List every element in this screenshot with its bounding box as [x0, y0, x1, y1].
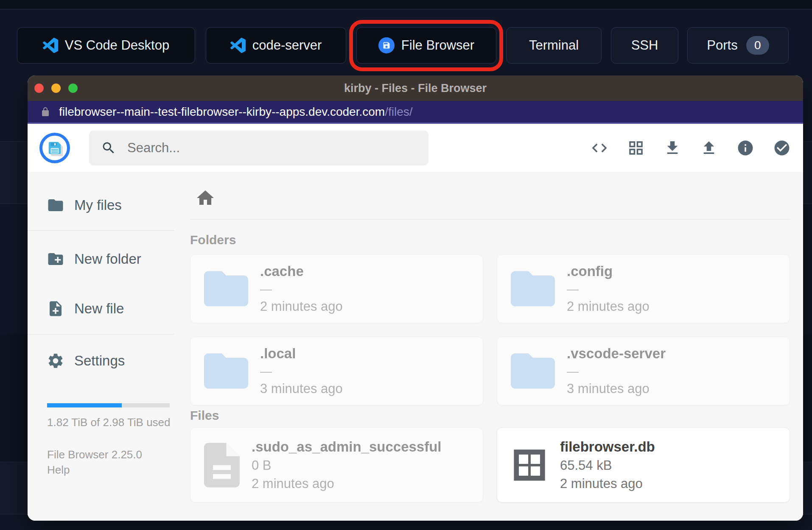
item-modified: 3 minutes ago: [260, 381, 343, 396]
download-icon: [664, 139, 681, 157]
upload-button[interactable]: [699, 138, 719, 158]
code-brackets-icon: [591, 139, 608, 157]
check-circle-icon: [773, 139, 791, 157]
help-link[interactable]: Help: [47, 463, 70, 477]
new-folder-icon: [47, 250, 64, 268]
filebrowser-header: [28, 124, 803, 172]
filebrowser-icon: [378, 37, 395, 53]
ports-count-badge: 0: [746, 36, 769, 55]
close-window-button[interactable]: [34, 84, 44, 93]
desktop-top-strip: [0, 0, 812, 9]
item-modified: 2 minutes ago: [560, 476, 655, 491]
search-icon: [101, 140, 116, 156]
folder-card-config[interactable]: .config — 2 minutes ago: [497, 254, 790, 323]
storage-usage-text: 1.82 TiB of 2.98 TiB used: [47, 416, 171, 429]
folder-icon: [511, 271, 555, 307]
file-card-sudo-as-admin-successful[interactable]: .sudo_as_admin_successful 0 B 2 minutes …: [190, 427, 483, 502]
item-name: .cache: [260, 263, 343, 279]
select-multiple-button[interactable]: [772, 138, 792, 158]
app-version: File Browser 2.25.0: [47, 448, 142, 461]
minimize-window-button[interactable]: [51, 84, 61, 93]
item-name: filebrowser.db: [560, 439, 655, 455]
folder-icon: [511, 353, 555, 389]
info-button[interactable]: [735, 138, 756, 158]
sidebar-divider: [28, 230, 174, 231]
vscode-icon: [43, 38, 58, 53]
database-grid-icon: [511, 446, 548, 484]
folder-icon: [204, 271, 248, 307]
file-card-filebrowser-db[interactable]: filebrowser.db 65.54 kB 2 minutes ago: [497, 427, 790, 502]
tab-label: code-server: [252, 38, 322, 53]
browser-window: kirby - Files - File Browser filebrowser…: [28, 75, 803, 521]
tab-label: VS Code Desktop: [65, 38, 169, 53]
tab-ssh[interactable]: SSH: [611, 27, 678, 64]
tab-file-browser[interactable]: File Browser: [356, 27, 496, 64]
folder-icon: [47, 196, 64, 214]
new-file-icon: [47, 300, 64, 318]
sidebar-item-new-file[interactable]: New file: [28, 299, 174, 318]
item-size: —: [260, 365, 343, 378]
vscode-icon: [230, 38, 246, 53]
item-size: —: [567, 365, 666, 378]
item-size: —: [567, 282, 650, 296]
item-size: —: [260, 282, 343, 296]
maximize-window-button[interactable]: [68, 84, 78, 93]
url-text: filebrowser--main--test-filebrowser--kir…: [59, 105, 413, 119]
folder-card-vscode-server[interactable]: .vscode-server — 3 minutes ago: [497, 337, 790, 405]
settings-gear-icon: [47, 352, 64, 370]
tab-terminal[interactable]: Terminal: [506, 27, 602, 64]
storage-usage-bar: [47, 403, 170, 407]
floppy-disk-icon: [47, 140, 63, 156]
sidebar-item-new-folder[interactable]: New folder: [28, 250, 174, 268]
breadcrumb-home-icon[interactable]: [195, 188, 216, 208]
file-document-icon: [204, 443, 240, 488]
switch-view-button[interactable]: [589, 138, 610, 158]
search-input[interactable]: [127, 140, 417, 156]
files-section-header: Files: [190, 408, 219, 423]
item-modified: 2 minutes ago: [260, 299, 343, 314]
item-name: .sudo_as_admin_successful: [252, 439, 442, 455]
tab-vscode-desktop[interactable]: VS Code Desktop: [17, 27, 195, 64]
item-modified: 2 minutes ago: [567, 299, 650, 314]
tab-code-server[interactable]: code-server: [206, 27, 346, 64]
tab-label: File Browser: [401, 38, 474, 53]
folders-section-header: Folders: [190, 233, 236, 247]
folder-card-local[interactable]: .local — 3 minutes ago: [190, 337, 483, 405]
grid-view-icon: [627, 139, 645, 157]
folder-icon: [204, 353, 248, 389]
storage-usage-fill: [47, 403, 122, 407]
listing-divider: [190, 219, 790, 220]
lock-icon: [40, 106, 50, 118]
item-name: .vscode-server: [567, 346, 666, 362]
sidebar: My files New folder New file Settings 1.…: [28, 172, 174, 521]
info-icon: [736, 139, 754, 157]
item-size: 0 B: [252, 458, 442, 473]
item-modified: 3 minutes ago: [567, 381, 666, 396]
item-size: 65.54 kB: [560, 458, 655, 473]
upload-icon: [700, 139, 718, 157]
tab-label: SSH: [631, 38, 658, 53]
search-bar[interactable]: [89, 131, 428, 165]
file-listing: Folders .cache — 2 minutes ago .config —…: [174, 172, 803, 521]
grid-view-button[interactable]: [626, 138, 646, 158]
window-titlebar: kirby - Files - File Browser: [28, 75, 803, 101]
item-name: .config: [567, 263, 650, 279]
window-title: kirby - Files - File Browser: [344, 82, 487, 95]
item-modified: 2 minutes ago: [252, 476, 442, 491]
tab-label: Terminal: [529, 38, 579, 53]
download-button[interactable]: [662, 138, 683, 158]
browser-address-bar[interactable]: filebrowser--main--test-filebrowser--kir…: [28, 101, 803, 124]
sidebar-item-my-files[interactable]: My files: [28, 196, 174, 215]
tab-label: Ports: [707, 38, 737, 53]
folder-card-cache[interactable]: .cache — 2 minutes ago: [190, 254, 483, 323]
url-path: /files/: [385, 105, 412, 118]
tab-ports[interactable]: Ports 0: [687, 27, 789, 64]
item-name: .local: [260, 346, 343, 362]
sidebar-item-settings[interactable]: Settings: [28, 351, 174, 370]
filebrowser-logo[interactable]: [39, 133, 70, 163]
sidebar-divider: [28, 334, 174, 335]
